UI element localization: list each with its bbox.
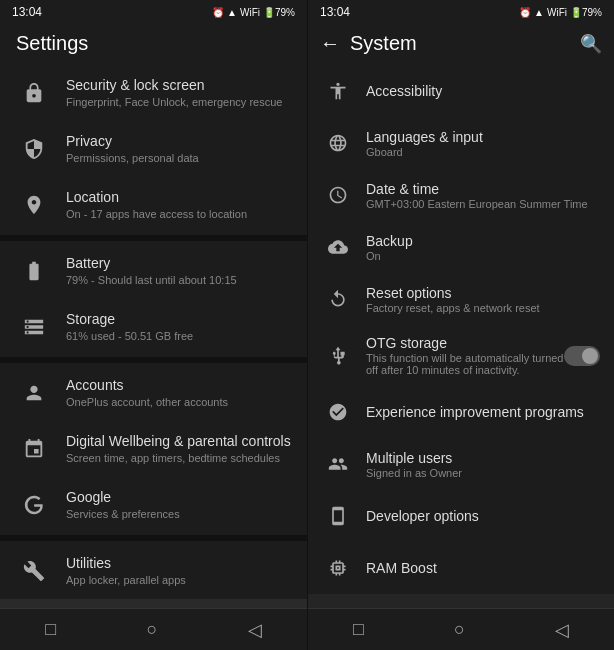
left-panel: 13:04 ⏰ ▲ WiFi 🔋79% Settings Security & … [0, 0, 307, 650]
battery-icon [16, 253, 52, 289]
privacy-subtitle: Permissions, personal data [66, 151, 291, 165]
backup-text: Backup On [366, 233, 600, 262]
location-subtitle: On - 17 apps have access to location [66, 207, 291, 221]
datetime-icon [322, 179, 354, 211]
languages-subtitle: Gboard [366, 146, 600, 158]
datetime-item[interactable]: Date & time GMT+03:00 Eastern European S… [308, 169, 614, 221]
right-status-icons: ⏰ ▲ WiFi 🔋79% [519, 7, 602, 18]
google-subtitle: Services & preferences [66, 507, 291, 521]
utilities-text: Utilities App locker, parallel apps [66, 554, 291, 587]
privacy-text: Privacy Permissions, personal data [66, 132, 291, 165]
right-time: 13:04 [320, 5, 350, 19]
backup-icon [322, 231, 354, 263]
battery-subtitle: 79% - Should last until about 10:15 [66, 273, 291, 287]
reset-icon [322, 283, 354, 315]
right-status-bar: 13:04 ⏰ ▲ WiFi 🔋79% [308, 0, 614, 24]
nav-triangle[interactable]: ◁ [228, 611, 282, 649]
right-nav-triangle[interactable]: ◁ [535, 611, 589, 649]
settings-item[interactable]: Accounts OnePlus account, other accounts [0, 365, 307, 421]
ramboost-title: RAM Boost [366, 560, 600, 576]
otg-icon [322, 340, 354, 372]
otg-toggle[interactable] [564, 346, 600, 366]
right-header-left: ← System [320, 32, 417, 55]
languages-text: Languages & input Gboard [366, 129, 600, 158]
left-page-header: Settings [0, 24, 307, 65]
back-button[interactable]: ← [320, 32, 340, 55]
otg-title: OTG storage [366, 335, 564, 351]
right-panel: 13:04 ⏰ ▲ WiFi 🔋79% ← System 🔍 Accessibi… [307, 0, 614, 650]
accounts-title: Accounts [66, 376, 291, 394]
right-nav-circle[interactable]: ○ [434, 611, 485, 648]
reset-text: Reset options Factory reset, apps & netw… [366, 285, 600, 314]
nav-circle[interactable]: ○ [126, 611, 177, 648]
developer-item[interactable]: Developer options [308, 490, 614, 542]
system-settings-item[interactable]: System Language & keyboard, time, reset,… [0, 599, 307, 608]
alarm-icon: ⏰ [212, 7, 224, 18]
otg-text: OTG storage This function will be automa… [366, 335, 564, 376]
developer-text: Developer options [366, 508, 600, 524]
experience-text: Experience improvement programs [366, 404, 600, 420]
right-signal-icon: ▲ [534, 7, 544, 18]
nav-square[interactable]: □ [25, 611, 76, 648]
developer-title: Developer options [366, 508, 600, 524]
multiusers-title: Multiple users [366, 450, 600, 466]
left-status-bar: 13:04 ⏰ ▲ WiFi 🔋79% [0, 0, 307, 24]
settings-item[interactable]: Location On - 17 apps have access to loc… [0, 177, 307, 233]
utilities-subtitle: App locker, parallel apps [66, 573, 291, 587]
wellbeing-icon [16, 431, 52, 467]
experience-title: Experience improvement programs [366, 404, 600, 420]
accessibility-item[interactable]: Accessibility [308, 65, 614, 117]
reset-item[interactable]: Reset options Factory reset, apps & netw… [308, 273, 614, 325]
otg-item[interactable]: OTG storage This function will be automa… [308, 325, 614, 386]
languages-item[interactable]: Languages & input Gboard [308, 117, 614, 169]
datetime-subtitle: GMT+03:00 Eastern European Summer Time [366, 198, 600, 210]
settings-item[interactable]: Utilities App locker, parallel apps [0, 543, 307, 599]
ramboost-item[interactable]: RAM Boost [308, 542, 614, 594]
right-alarm-icon: ⏰ [519, 7, 531, 18]
wellbeing-text: Digital Wellbeing & parental controls Sc… [66, 432, 291, 465]
ramboost-icon [322, 552, 354, 584]
backup-item[interactable]: Backup On [308, 221, 614, 273]
privacy-icon [16, 131, 52, 167]
utilities-icon [16, 553, 52, 589]
developer-icon [322, 500, 354, 532]
datetime-title: Date & time [366, 181, 600, 197]
google-text: Google Services & preferences [66, 488, 291, 521]
storage-title: Storage [66, 310, 291, 328]
languages-title: Languages & input [366, 129, 600, 145]
right-battery-icon: 🔋79% [570, 7, 602, 18]
settings-item[interactable]: Google Services & preferences [0, 477, 307, 533]
right-page-title: System [350, 32, 417, 55]
left-settings-list: Security & lock screen Fingerprint, Face… [0, 65, 307, 608]
location-icon [16, 187, 52, 223]
section-divider [0, 357, 307, 363]
settings-item[interactable]: Battery 79% - Should last until about 10… [0, 243, 307, 299]
left-status-icons: ⏰ ▲ WiFi 🔋79% [212, 7, 295, 18]
reset-subtitle: Factory reset, apps & network reset [366, 302, 600, 314]
settings-item[interactable]: Digital Wellbeing & parental controls Sc… [0, 421, 307, 477]
security-title: Security & lock screen [66, 76, 291, 94]
right-nav-bar: □ ○ ◁ [308, 608, 614, 650]
security-subtitle: Fingerprint, Face Unlock, emergency resc… [66, 95, 291, 109]
multiusers-item[interactable]: Multiple users Signed in as Owner [308, 438, 614, 490]
google-icon [16, 487, 52, 523]
location-title: Location [66, 188, 291, 206]
wifi-icon: WiFi [240, 7, 260, 18]
accounts-icon [16, 375, 52, 411]
datetime-text: Date & time GMT+03:00 Eastern European S… [366, 181, 600, 210]
settings-item[interactable]: Security & lock screen Fingerprint, Face… [0, 65, 307, 121]
security-text: Security & lock screen Fingerprint, Face… [66, 76, 291, 109]
language-icon [322, 127, 354, 159]
section-divider [0, 235, 307, 241]
reset-title: Reset options [366, 285, 600, 301]
right-nav-square[interactable]: □ [333, 611, 384, 648]
multiusers-subtitle: Signed in as Owner [366, 467, 600, 479]
systemupdates-icon [322, 604, 354, 608]
systemupdates-item[interactable]: System updates ◀ [308, 594, 614, 608]
settings-item[interactable]: Storage 61% used - 50.51 GB free [0, 299, 307, 355]
experience-item[interactable]: Experience improvement programs [308, 386, 614, 438]
settings-item[interactable]: Privacy Permissions, personal data [0, 121, 307, 177]
search-button[interactable]: 🔍 [580, 33, 602, 55]
privacy-title: Privacy [66, 132, 291, 150]
utilities-title: Utilities [66, 554, 291, 572]
